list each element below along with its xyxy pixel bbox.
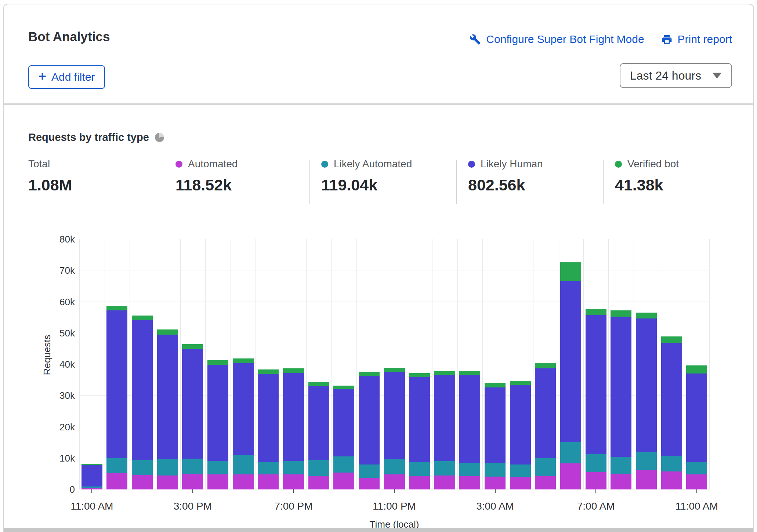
bar-segment-likely-human	[485, 387, 506, 463]
gridline-vertical	[256, 239, 256, 489]
bar-segment-automated	[157, 475, 178, 489]
bar-8-00-am[interactable]	[611, 239, 631, 489]
time-range-select[interactable]: Last 24 hours	[620, 63, 732, 88]
add-filter-label: Add filter	[51, 71, 95, 83]
stat-divider	[309, 160, 310, 204]
bar-6-00-am[interactable]	[560, 239, 581, 489]
bar-2-00-am[interactable]	[459, 239, 480, 489]
bar-segment-automated	[510, 477, 531, 489]
bar-segment-likely-automated	[459, 463, 480, 477]
bar-segment-likely-automated	[434, 461, 455, 475]
bot-analytics-card: Bot Analytics Configure Super Bot Fight …	[3, 4, 754, 532]
bottom-divider	[4, 528, 753, 532]
bar-7-00-pm[interactable]	[283, 239, 304, 489]
bar-11-00-am[interactable]	[82, 239, 102, 489]
bar-9-00-pm[interactable]	[333, 239, 354, 489]
bar-10-00-pm[interactable]	[359, 239, 380, 489]
bar-segment-likely-automated	[661, 456, 682, 472]
bar-2-00-pm[interactable]	[157, 239, 178, 489]
printer-icon	[661, 34, 673, 45]
gridline-vertical	[508, 239, 508, 489]
bar-segment-likely-automated	[535, 458, 556, 476]
gridline-vertical	[382, 239, 382, 489]
section-title-row: Requests by traffic type	[28, 131, 164, 143]
y-tick-label: 70k	[59, 266, 75, 275]
gridline-vertical	[79, 239, 80, 489]
gridline-vertical	[533, 239, 533, 489]
bar-7-00-am[interactable]	[586, 239, 606, 489]
bar-4-00-pm[interactable]	[207, 239, 228, 489]
x-tick-mark	[495, 489, 496, 493]
plus-icon: +	[39, 71, 46, 82]
bar-segment-likely-human	[182, 349, 203, 458]
bar-segment-likely-human	[661, 343, 682, 456]
stat-label: Likely Human	[481, 158, 543, 170]
stat-total: Total 1.08M	[28, 158, 72, 194]
bar-segment-verified-bot	[510, 381, 531, 385]
y-axis-labels: 010k20k30k40k50k60k70k80k	[37, 239, 75, 489]
y-tick-label: 50k	[59, 328, 75, 338]
automated-legend-dot	[175, 161, 182, 168]
print-link-label: Print report	[678, 33, 732, 45]
bar-3-00-pm[interactable]	[182, 239, 203, 489]
bar-segment-verified-bot	[283, 368, 304, 373]
x-tick-label: 3:00 AM	[476, 500, 514, 512]
gridline-vertical	[205, 239, 206, 489]
bar-segment-likely-human	[106, 310, 127, 458]
bar-segment-verified-bot	[182, 344, 203, 349]
bar-segment-likely-automated	[106, 458, 127, 473]
gridline-vertical	[482, 239, 483, 489]
bar-11-00-am[interactable]	[686, 239, 707, 489]
bar-1-00-am[interactable]	[434, 239, 455, 489]
bar-1-00-pm[interactable]	[132, 239, 153, 489]
configure-super-bot-fight-mode-link[interactable]: Configure Super Bot Fight Mode	[470, 33, 644, 45]
bar-segment-likely-human	[384, 372, 405, 460]
bar-segment-verified-bot	[132, 316, 153, 320]
bar-segment-automated	[359, 478, 380, 489]
y-tick-label: 80k	[59, 234, 75, 244]
stat-likely-human: Likely Human 802.56k	[468, 158, 543, 194]
bar-6-00-pm[interactable]	[258, 239, 279, 489]
bar-12-00-pm[interactable]	[106, 239, 127, 489]
bar-5-00-pm[interactable]	[233, 239, 254, 489]
bar-segment-automated	[560, 463, 581, 489]
stat-verified-bot: Verified bot 41.38k	[615, 158, 679, 194]
stat-divider	[164, 160, 164, 204]
chevron-down-icon	[712, 73, 722, 79]
bar-segment-automated	[333, 473, 354, 489]
bar-segment-verified-bot	[333, 386, 354, 389]
bar-segment-likely-human	[283, 373, 304, 461]
bar-segment-automated	[485, 477, 506, 489]
bar-10-00-am[interactable]	[661, 239, 682, 489]
y-tick-label: 10k	[59, 453, 75, 463]
x-tick-mark	[293, 489, 294, 493]
x-tick-label: 11:00 PM	[373, 500, 416, 512]
gridline-vertical	[457, 239, 458, 489]
bar-segment-likely-human	[157, 335, 178, 459]
likely-human-legend-dot	[468, 161, 475, 168]
bar-12-00-am[interactable]	[409, 239, 430, 489]
bar-segment-automated	[535, 476, 556, 489]
bar-segment-likely-automated	[157, 459, 178, 475]
bar-8-00-pm[interactable]	[308, 239, 329, 489]
print-report-link[interactable]: Print report	[661, 33, 732, 45]
bar-segment-likely-human	[611, 317, 631, 457]
bar-segment-likely-human	[560, 281, 581, 442]
x-tick-label: 7:00 PM	[274, 500, 312, 512]
bar-segment-automated	[661, 471, 682, 489]
bar-segment-verified-bot	[409, 373, 430, 377]
bar-segment-verified-bot	[535, 363, 556, 368]
bar-segment-likely-automated	[333, 456, 354, 473]
gridline-vertical	[281, 239, 281, 489]
bar-segment-verified-bot	[611, 310, 631, 317]
stat-divider	[603, 160, 604, 204]
add-filter-button[interactable]: + Add filter	[28, 65, 105, 89]
gridline-vertical	[659, 239, 659, 489]
bar-5-00-am[interactable]	[535, 239, 556, 489]
bar-9-00-am[interactable]	[636, 239, 657, 489]
gridline-vertical	[155, 239, 155, 489]
gridline-vertical	[130, 239, 130, 489]
bar-4-00-am[interactable]	[510, 239, 531, 489]
bar-11-00-pm[interactable]	[384, 239, 405, 489]
bar-3-00-am[interactable]	[485, 239, 506, 489]
